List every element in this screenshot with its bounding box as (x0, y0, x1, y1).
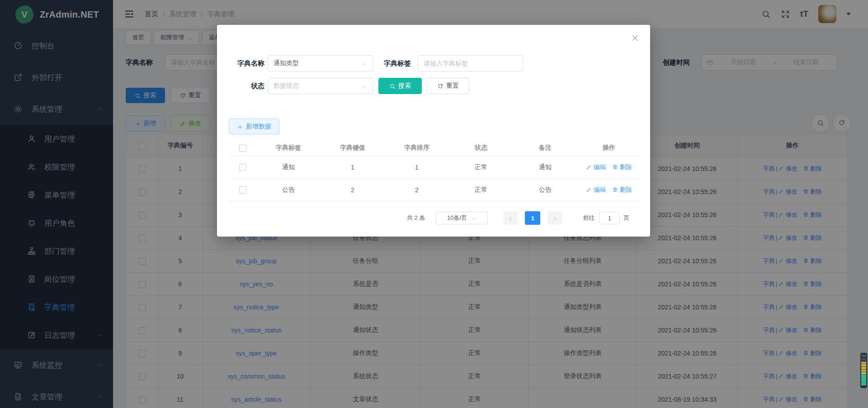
modal-table-row: 公告22正常公告 编辑 删除 (229, 179, 641, 201)
modal-table-body: 通知11正常通知 编辑 删除公告22正常公告 编辑 删除 (229, 156, 641, 201)
arrow-right-icon (552, 215, 557, 221)
arrow-left-icon (508, 215, 513, 221)
page-number-1[interactable]: 1 (525, 211, 540, 225)
modal-dict-name-select[interactable]: 通知类型 (268, 55, 373, 71)
mcol-actions: 操作 (577, 140, 641, 156)
modal-edit-link[interactable]: 编辑 (586, 164, 606, 171)
modal-delete-link[interactable]: 删除 (612, 164, 632, 171)
goto-page-input[interactable] (599, 212, 620, 224)
page-size-select[interactable]: 10条/页 (436, 212, 488, 224)
search-icon (389, 83, 396, 89)
cell-remark: 通知 (513, 156, 577, 179)
modal-status-label: 状态 (217, 78, 264, 94)
cell-dict-label: 通知 (256, 156, 321, 179)
mcol-value: 字典键值 (321, 140, 385, 156)
close-icon[interactable] (631, 34, 639, 42)
modal-search-button[interactable]: 搜索 (378, 78, 422, 94)
cell-dict-sort: 1 (385, 156, 449, 179)
cell-remark: 公告 (513, 179, 577, 201)
dict-data-dialog: 字典名称 通知类型 字典标签 状态 数据状态 搜索 重置 新增数据 (217, 25, 650, 237)
modal-dict-label-label: 字典标签 (373, 55, 411, 71)
modal-status-select[interactable]: 数据状态 (268, 78, 373, 94)
scroll-stripes-gray (861, 355, 866, 362)
modal-table-row: 通知11正常通知 编辑 删除 (229, 156, 641, 179)
cell-dict-label: 公告 (256, 179, 321, 201)
mcol-status: 状态 (449, 140, 513, 156)
chevron-down-icon (361, 61, 367, 66)
modal-select-all-checkbox[interactable] (239, 145, 246, 152)
app-root: V ZrAdmin.NET 控制台外部打开系统管理用户管理权限管理菜单管理用户角… (0, 0, 868, 408)
refresh-icon (437, 83, 443, 89)
chevron-down-icon (361, 83, 367, 89)
mcol-remark: 备注 (513, 140, 577, 156)
modal-add-data-button[interactable]: 新增数据 (229, 119, 279, 134)
modal-dict-label-input[interactable] (418, 55, 523, 71)
modal-row-checkbox[interactable] (239, 164, 246, 171)
modal-table-header-row: 字典标签 字典键值 字典排序 状态 备注 操作 (229, 140, 641, 156)
modal-delete-link[interactable]: 删除 (612, 186, 632, 193)
modal-reset-button[interactable]: 重置 (427, 78, 469, 94)
chevron-down-icon (472, 215, 477, 221)
dict-data-table: 字典标签 字典键值 字典排序 状态 备注 操作 通知11正常通知 编辑 删除公告… (229, 140, 641, 201)
next-page-button[interactable] (547, 211, 562, 225)
cell-dict-value: 1 (321, 156, 385, 179)
scroll-stripes-yellow (861, 362, 866, 374)
prev-page-button[interactable] (503, 211, 518, 225)
mcol-sort: 字典排序 (385, 140, 449, 156)
plus-icon (237, 123, 243, 130)
modal-edit-link[interactable]: 编辑 (586, 186, 606, 193)
mcol-label: 字典标签 (256, 140, 321, 156)
modal-dict-name-label: 字典名称 (217, 55, 264, 71)
cell-status: 正常 (449, 179, 513, 201)
goto-suffix-label: 页 (623, 214, 629, 222)
modal-pagination: 共 2 条 10条/页 1 前往 页 (407, 211, 629, 225)
cell-dict-sort: 2 (385, 179, 449, 201)
goto-label: 前往 (583, 214, 594, 222)
cell-status: 正常 (449, 156, 513, 179)
modal-row-checkbox[interactable] (239, 186, 246, 194)
scroll-stripes-teal (861, 374, 866, 385)
pagination-total: 共 2 条 (407, 214, 425, 222)
cell-dict-value: 2 (321, 179, 385, 201)
scrollbar-thumb[interactable] (860, 353, 867, 388)
